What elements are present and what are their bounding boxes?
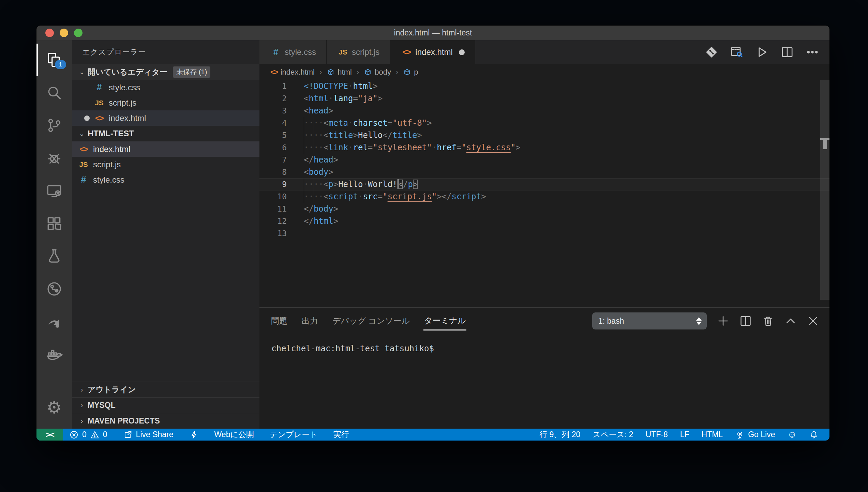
breadcrumb-label: index.html: [281, 68, 315, 77]
tab-style.css[interactable]: #style.css: [259, 40, 327, 64]
panel-tab-出力[interactable]: 出力: [301, 312, 319, 330]
status-flash[interactable]: [189, 430, 199, 440]
kill-terminal-button[interactable]: [761, 313, 776, 328]
code-line-7[interactable]: 7</head>: [259, 154, 829, 166]
open-editor-style.css[interactable]: #style.css: [72, 80, 259, 95]
breadcrumb-body[interactable]: body: [364, 68, 391, 77]
code-line-5[interactable]: 5····<title>Hello</title>: [259, 129, 829, 141]
status-cursor-position[interactable]: 行 9、列 20: [539, 429, 580, 440]
section-アウトライン[interactable]: ›アウトライン: [72, 382, 259, 397]
scrollbar-thumb[interactable]: [820, 80, 829, 300]
activity-explorer[interactable]: 1: [36, 44, 72, 76]
status-go-live[interactable]: Go Live: [735, 430, 775, 440]
terminal[interactable]: chelchel-mac:html-test tatsuhiko$: [259, 334, 829, 429]
code-editor[interactable]: 1<!DOCTYPE·html>2<html·lang="ja">3<head>…: [259, 80, 829, 307]
code-token: =: [368, 143, 373, 152]
tab-index.html[interactable]: <>index.html: [390, 40, 475, 64]
status-publish-web[interactable]: Webに公開: [214, 429, 254, 440]
code-line-1[interactable]: 1<!DOCTYPE·html>: [259, 80, 829, 92]
title-bar[interactable]: index.html — html-test: [36, 26, 829, 40]
status-encoding[interactable]: UTF-8: [646, 430, 668, 439]
code-line-13[interactable]: 13: [259, 227, 829, 240]
tree-item-style.css[interactable]: #style.css: [72, 172, 259, 187]
breadcrumb-separator: ›: [357, 68, 359, 77]
open-preview-button[interactable]: [729, 45, 744, 60]
html-file-icon: <>: [270, 68, 278, 77]
activity-settings[interactable]: ⚙: [36, 391, 72, 424]
code-line-8[interactable]: 8<body>: [259, 166, 829, 178]
section-label: MAVEN PROJECTS: [88, 416, 160, 426]
new-terminal-button[interactable]: [716, 313, 731, 328]
section-label: アウトライン: [88, 384, 136, 395]
section-mysql[interactable]: ›MYSQL: [72, 397, 259, 413]
breadcrumb-index.html[interactable]: <>index.html: [270, 68, 315, 77]
activity-debug[interactable]: [36, 142, 72, 174]
activity-search[interactable]: [36, 76, 72, 109]
activity-docker[interactable]: [36, 338, 72, 371]
breadcrumb-separator: ›: [319, 68, 322, 77]
breadcrumb-html[interactable]: html: [327, 68, 352, 77]
section-maven-projects[interactable]: ›MAVEN PROJECTS: [72, 413, 259, 429]
split-terminal-button[interactable]: [738, 313, 753, 328]
tree-item-index.html[interactable]: <>index.html: [72, 141, 259, 157]
status-language-mode[interactable]: HTML: [702, 430, 723, 439]
open-editors-header[interactable]: ⌄ 開いているエディター 未保存 (1): [72, 64, 259, 80]
error-icon: [69, 430, 79, 440]
status-indentation[interactable]: スペース: 2: [593, 429, 633, 440]
zoom-button[interactable]: [74, 29, 83, 37]
code-line-3[interactable]: 3<head>: [259, 105, 829, 117]
chevron-right-icon: ›: [76, 401, 88, 409]
status-notifications[interactable]: [809, 430, 819, 440]
status-text: 0: [82, 430, 87, 439]
activity-source-control[interactable]: [36, 109, 72, 142]
code-token: title: [392, 130, 417, 140]
css-file-icon: #: [77, 174, 90, 185]
panel-tab-デバッグ コンソール[interactable]: デバッグ コンソール: [332, 312, 410, 330]
close-button[interactable]: [45, 29, 54, 37]
close-panel-button[interactable]: [806, 313, 821, 328]
minimize-button[interactable]: [60, 29, 68, 37]
line-number: 12: [259, 215, 287, 227]
status-template[interactable]: テンプレート: [270, 429, 318, 440]
workspace-header[interactable]: ⌄ HTML-TEST: [72, 126, 259, 141]
breadcrumb[interactable]: <>index.html›html›body›p: [259, 64, 829, 80]
status-live-share[interactable]: Live Share: [123, 430, 174, 440]
code-token: =: [378, 192, 383, 201]
open-editor-script.js[interactable]: JSscript.js: [72, 95, 259, 110]
code-line-4[interactable]: 4····<meta·charset="utf-8">: [259, 117, 829, 129]
maximize-panel-button[interactable]: [783, 313, 798, 328]
panel-tab-ターミナル[interactable]: ターミナル: [423, 312, 466, 330]
activity-live-share[interactable]: [36, 305, 72, 338]
code-line-12[interactable]: 12</html>: [259, 215, 829, 227]
code-token: src: [363, 192, 377, 201]
code-line-9[interactable]: 9····<p>Hello·World!</p>: [259, 178, 829, 190]
editor-scrollbar[interactable]: [820, 80, 829, 307]
code-line-6[interactable]: 6····<link·rel="stylesheet"·href="style.…: [259, 141, 829, 154]
breadcrumb-p[interactable]: p: [403, 68, 418, 77]
activity-test[interactable]: [36, 240, 72, 273]
tree-item-script.js[interactable]: JSscript.js: [72, 157, 259, 172]
code-line-10[interactable]: 10····<script·src="script.js"></script>: [259, 190, 829, 203]
terminal-select[interactable]: 1: bash: [592, 312, 707, 329]
code-line-11[interactable]: 11</body>: [259, 203, 829, 215]
status-run-task[interactable]: 実行: [333, 429, 349, 440]
code-token: ": [511, 143, 515, 152]
line-number: 1: [259, 80, 287, 92]
run-button[interactable]: [754, 45, 769, 60]
tab-script.js[interactable]: JSscript.js: [327, 40, 390, 64]
panel-tab-問題[interactable]: 問題: [270, 312, 288, 330]
code-token: ": [461, 143, 466, 152]
open-editor-index.html[interactable]: <>index.html: [72, 110, 259, 126]
more-actions-button[interactable]: [805, 45, 820, 60]
activity-remote-explorer[interactable]: [36, 174, 72, 207]
activity-extensions[interactable]: [36, 207, 72, 240]
status-eol[interactable]: LF: [680, 430, 689, 439]
git-button[interactable]: [704, 45, 719, 60]
code-line-2[interactable]: 2<html·lang="ja">: [259, 92, 829, 105]
remote-indicator[interactable]: ><: [36, 429, 63, 441]
split-editor-button[interactable]: [780, 45, 795, 60]
code-token: body: [309, 167, 328, 177]
activity-gitlens[interactable]: [36, 273, 72, 305]
status-problems[interactable]: 00: [69, 430, 107, 440]
status-feedback[interactable]: ☺: [787, 430, 797, 439]
